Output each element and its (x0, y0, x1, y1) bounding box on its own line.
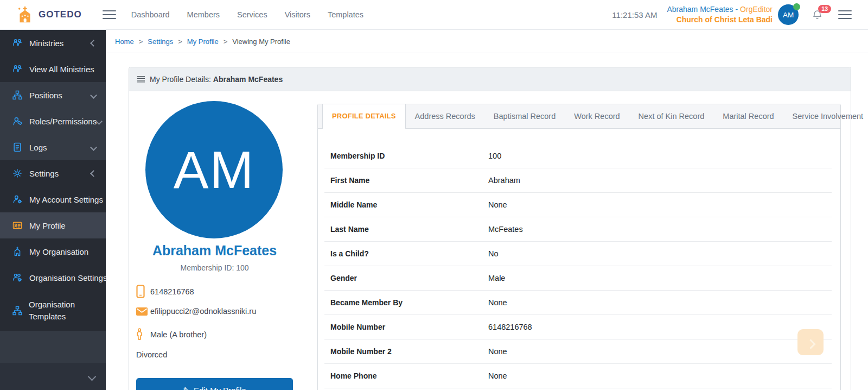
detail-row-middle-name: Middle Name None (324, 193, 832, 217)
nav-link-templates[interactable]: Templates (319, 10, 372, 19)
sidebar-item-logs[interactable]: Logs (0, 134, 106, 160)
user-name: Abraham McFeates (667, 5, 733, 14)
clock: 11:21:53 AM (612, 10, 657, 20)
tab-baptismal-record[interactable]: Baptismal Record (484, 104, 565, 128)
user-tag-icon (11, 116, 23, 127)
sidebar-group-settings: Settings My Account Settings (0, 160, 106, 331)
chevron-left-icon (90, 92, 97, 99)
org-chart-icon (11, 305, 23, 316)
navbar-right: 11:21:53 AM Abraham McFeates - OrgEditor… (612, 4, 852, 25)
brand-logo[interactable]: GOTEDO (15, 4, 82, 25)
sidebar-collapse[interactable] (0, 363, 106, 390)
breadcrumb-current: Viewing My Profile (232, 37, 290, 46)
gear-icon (11, 168, 23, 179)
profile-email: efilippucci2r@odnoklassniki.ru (150, 307, 256, 316)
profile-name: Abraham McFeates (129, 243, 300, 259)
tab-work-record[interactable]: Work Record (565, 104, 629, 128)
tab-next-of-kin-record[interactable]: Next of Kin Record (629, 104, 714, 128)
user-organisation: Church of Christ Leta Badi (667, 15, 773, 25)
app: GOTEDO Dashboard Members Services Visito… (0, 0, 868, 390)
sidebar-item-my-profile[interactable]: My Profile (0, 212, 106, 238)
profile-gender-row: Male (A brother) (136, 328, 207, 341)
sidebar-group-ministries: Ministries View All Ministries (0, 30, 106, 82)
chevron-down-icon (90, 40, 97, 47)
sidebar-item-positions[interactable]: Positions (0, 82, 106, 108)
profile-avatar: AM (145, 101, 283, 238)
sidebar-item-my-organisation[interactable]: My Organisation (0, 238, 106, 265)
detail-row-home-phone: Home Phone None (324, 364, 832, 388)
nav-link-dashboard[interactable]: Dashboard (123, 10, 178, 19)
church-logo-icon (15, 4, 35, 25)
document-icon (11, 142, 23, 153)
top-navbar: GOTEDO Dashboard Members Services Visito… (0, 0, 868, 30)
user-gear-icon (11, 194, 23, 205)
detail-row-membership-id: Membership ID 100 (324, 144, 832, 168)
chevron-down-icon (90, 170, 97, 177)
breadcrumb-home[interactable]: Home (115, 37, 134, 46)
avatar[interactable]: AM (778, 4, 799, 25)
online-status-dot (793, 3, 800, 10)
nav-link-services[interactable]: Services (228, 10, 276, 19)
users-gear-icon (11, 272, 23, 283)
card-title: My Profile Details: (150, 75, 211, 84)
sidebar-group-main: Positions Roles/Permissions (0, 82, 106, 160)
sidebar-item-settings[interactable]: Settings (0, 160, 106, 186)
breadcrumb-my-profile[interactable]: My Profile (187, 37, 219, 46)
user-menu[interactable]: Abraham McFeates - OrgEditor Church of C… (667, 4, 773, 25)
card-title-name: Abraham McFeates (213, 75, 283, 84)
notification-count-badge: 13 (818, 5, 831, 13)
tab-profile-details[interactable]: PROFILE DETAILS (322, 104, 406, 129)
users-icon (11, 37, 23, 48)
chevron-left-icon (90, 144, 97, 151)
envelope-icon (136, 307, 150, 316)
options-menu-icon[interactable] (838, 10, 852, 19)
detail-row-is-a-child: Is a Child? No (324, 242, 832, 266)
edit-my-profile-button[interactable]: ✎Edit My Profile (136, 378, 293, 390)
detail-row-first-name: First Name Abraham (324, 168, 832, 193)
card-body: AM Abraham McFeates Membership ID: 100 6… (129, 91, 851, 390)
sidebar-item-my-account-settings[interactable]: My Account Settings (0, 186, 106, 212)
sidebar-item-ministries[interactable]: Ministries (0, 30, 106, 56)
tab-address-records[interactable]: Address Records (406, 104, 484, 128)
tab-strip: PROFILE DETAILS Address Records Baptisma… (318, 104, 840, 129)
scroll-to-top-button[interactable] (797, 329, 824, 355)
sidebar: Ministries View All Ministries (0, 30, 106, 390)
church-icon (11, 246, 23, 257)
profile-email-row: efilippucci2r@odnoklassniki.ru (136, 307, 256, 316)
profile-membership-id: Membership ID: 100 (129, 263, 300, 272)
chevron-left-icon (88, 372, 97, 381)
chevron-up-icon (806, 339, 815, 349)
detail-row-mobile-number-2: Mobile Number 2 None (324, 339, 832, 364)
sidebar-item-roles-permissions[interactable]: Roles/Permissions (0, 108, 106, 134)
id-card-icon (11, 220, 23, 231)
main-content: My Profile Details: Abraham McFeates AM … (106, 53, 868, 390)
sidebar-toggle-icon[interactable] (103, 10, 116, 19)
detail-row-last-name: Last Name McFeates (324, 217, 832, 242)
sidebar-item-view-all-ministries[interactable]: View All Ministries (0, 56, 106, 82)
profile-card: My Profile Details: Abraham McFeates AM … (129, 67, 851, 390)
tab-marital-record[interactable]: Marital Record (713, 104, 783, 128)
profile-phone: 6148216768 (150, 287, 194, 296)
sidebar-item-organisation-settings[interactable]: Organisation Settings (0, 265, 106, 291)
user-name-line: Abraham McFeates - OrgEditor (667, 4, 773, 15)
breadcrumb: Home > Settings > My Profile > Viewing M… (106, 30, 868, 53)
nav-link-members[interactable]: Members (178, 10, 228, 19)
tab-service-involvement[interactable]: Service Involvement (783, 104, 868, 128)
card-header: My Profile Details: Abraham McFeates (129, 67, 851, 91)
profile-marital-row: Divorced (136, 350, 167, 359)
profile-gender: Male (A brother) (150, 330, 207, 339)
profile-tabs-panel: PROFILE DETAILS Address Records Baptisma… (317, 104, 841, 390)
org-chart-icon (11, 90, 23, 100)
user-role: OrgEditor (740, 5, 773, 14)
profile-phone-row: 6148216768 (136, 285, 194, 298)
breadcrumb-settings[interactable]: Settings (148, 37, 173, 46)
notifications-bell-icon[interactable]: 13 (812, 9, 823, 21)
detail-row-mobile-number: Mobile Number 6148216768 (324, 315, 832, 339)
detail-row-became-member-by: Became Member By None (324, 291, 832, 315)
mobile-phone-icon (136, 285, 150, 298)
profile-marital-status: Divorced (136, 350, 167, 359)
nav-link-visitors[interactable]: Visitors (276, 10, 319, 19)
sidebar-item-organisation-templates[interactable]: Organisation Templates (0, 291, 106, 331)
chevron-left-icon (95, 118, 103, 125)
pencil-icon: ✎ (183, 386, 190, 390)
